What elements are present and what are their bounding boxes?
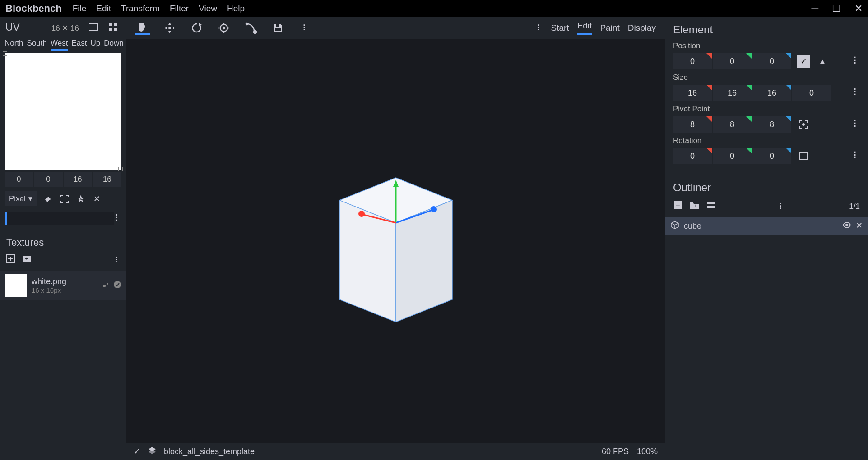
uv-coord-y1[interactable]: 0 bbox=[34, 172, 62, 187]
texture-item[interactable]: white.png 16 x 16px bbox=[0, 271, 126, 300]
mode-more-icon[interactable] bbox=[537, 23, 543, 33]
textures-more-icon[interactable] bbox=[115, 255, 121, 265]
mode-edit[interactable]: Edit bbox=[577, 21, 592, 35]
menu-view[interactable]: View bbox=[199, 4, 217, 14]
uv-snap-select[interactable]: Pixel ▾ bbox=[5, 191, 37, 206]
svg-point-38 bbox=[431, 206, 437, 212]
position-y[interactable]: 0 bbox=[713, 53, 752, 69]
import-texture-icon[interactable] bbox=[5, 254, 15, 266]
svg-point-29 bbox=[254, 31, 256, 33]
app-brand: Blockbench bbox=[5, 3, 62, 14]
size-y[interactable]: 16 bbox=[713, 85, 752, 101]
size-x[interactable]: 16 bbox=[673, 85, 712, 101]
svg-point-43 bbox=[803, 124, 804, 125]
position-z[interactable]: 0 bbox=[752, 53, 791, 69]
mode-display[interactable]: Display bbox=[628, 23, 656, 33]
add-cube-icon[interactable]: + bbox=[673, 200, 683, 212]
svg-rect-0 bbox=[89, 23, 98, 31]
left-panel: UV 16 ✕ 16 North South West East Up Down… bbox=[0, 17, 126, 460]
uv-coord-x1[interactable]: 0 bbox=[5, 172, 33, 187]
uv-face-south[interactable]: South bbox=[27, 39, 47, 51]
create-texture-icon[interactable]: + bbox=[22, 254, 32, 266]
uv-size-label: 16 ✕ 16 bbox=[51, 23, 79, 33]
status-layers-icon[interactable] bbox=[148, 446, 157, 457]
fill-icon[interactable] bbox=[43, 194, 53, 204]
menu-help[interactable]: Help bbox=[227, 4, 245, 14]
vertex-snap-icon[interactable] bbox=[244, 21, 258, 35]
uv-face-north[interactable]: North bbox=[5, 39, 23, 51]
pivot-y[interactable]: 8 bbox=[713, 116, 752, 133]
uv-grid-icon[interactable] bbox=[106, 20, 121, 34]
move-tool-icon[interactable] bbox=[135, 21, 150, 35]
svg-point-40 bbox=[358, 211, 365, 217]
svg-rect-1 bbox=[109, 23, 112, 26]
color-more-icon[interactable] bbox=[114, 213, 121, 225]
inflate[interactable]: 0 bbox=[792, 85, 831, 101]
toolbar-more-icon[interactable] bbox=[298, 21, 312, 35]
menu-filter[interactable]: Filter bbox=[170, 4, 189, 14]
maximize-icon[interactable] bbox=[60, 194, 70, 204]
outliner-more-icon[interactable] bbox=[779, 202, 784, 212]
position-lock-checkbox[interactable]: ✓ bbox=[797, 55, 810, 68]
clear-icon[interactable]: ✕ bbox=[92, 194, 102, 204]
svg-marker-19 bbox=[173, 27, 175, 29]
position-eject-icon[interactable]: ▲ bbox=[816, 55, 829, 68]
pivot-tool-icon[interactable] bbox=[217, 21, 231, 35]
particle-icon[interactable] bbox=[102, 281, 110, 291]
maximize-icon[interactable]: ☐ bbox=[832, 3, 841, 14]
mode-start[interactable]: Start bbox=[551, 23, 569, 33]
minimize-icon[interactable]: ─ bbox=[811, 3, 818, 14]
uv-face-up[interactable]: Up bbox=[90, 39, 100, 51]
toggle-options-icon[interactable] bbox=[706, 201, 716, 212]
main-toolbar: Start Edit Paint Display bbox=[126, 17, 665, 39]
main-menu: File Edit Transform Filter View Help bbox=[73, 4, 245, 14]
remove-icon[interactable]: ✕ bbox=[856, 221, 863, 232]
uv-face-down[interactable]: Down bbox=[104, 39, 123, 51]
color-track[interactable] bbox=[7, 212, 114, 225]
save-icon[interactable] bbox=[271, 21, 285, 35]
svg-rect-44 bbox=[800, 152, 807, 160]
pivot-z[interactable]: 8 bbox=[752, 116, 791, 133]
center-pivot-icon[interactable] bbox=[797, 118, 810, 131]
svg-point-23 bbox=[223, 27, 225, 29]
resize-tool-icon[interactable] bbox=[162, 21, 177, 35]
close-icon[interactable]: ✕ bbox=[854, 3, 863, 14]
size-more-icon[interactable] bbox=[853, 87, 860, 99]
menu-transform[interactable]: Transform bbox=[121, 4, 160, 14]
mode-paint[interactable]: Paint bbox=[600, 23, 619, 33]
add-group-icon[interactable]: + bbox=[689, 201, 700, 212]
uv-coord-y2[interactable]: 16 bbox=[93, 172, 121, 187]
rotation-y[interactable]: 0 bbox=[713, 148, 752, 164]
rotation-more-icon[interactable] bbox=[853, 150, 860, 162]
menu-file[interactable]: File bbox=[73, 4, 87, 14]
svg-point-13 bbox=[103, 285, 106, 287]
rotation-z[interactable]: 0 bbox=[752, 148, 791, 164]
status-bar: ✓ block_all_sides_template 60 FPS 100% bbox=[126, 443, 665, 460]
outliner-item[interactable]: cube ✕ bbox=[665, 217, 868, 235]
rescale-checkbox[interactable] bbox=[797, 149, 810, 163]
size-z[interactable]: 16 bbox=[752, 85, 791, 101]
rotation-x[interactable]: 0 bbox=[673, 148, 712, 164]
size-label: Size bbox=[665, 71, 868, 84]
viewport-3d[interactable] bbox=[126, 39, 665, 443]
position-x[interactable]: 0 bbox=[673, 53, 712, 69]
visibility-icon[interactable] bbox=[842, 221, 851, 232]
menu-edit[interactable]: Edit bbox=[96, 4, 111, 14]
uv-face-west[interactable]: West bbox=[51, 39, 68, 51]
uv-face-east[interactable]: East bbox=[71, 39, 87, 51]
outliner-item-name: cube bbox=[684, 221, 701, 231]
rotate-tool-icon[interactable] bbox=[190, 21, 204, 35]
uv-coord-x2[interactable]: 16 bbox=[64, 172, 92, 187]
right-panel: Element Position 0 0 0 ✓ ▲ Size 16 16 16… bbox=[665, 17, 868, 460]
cube-icon bbox=[670, 221, 679, 232]
pivot-x[interactable]: 8 bbox=[673, 116, 712, 133]
svg-rect-30 bbox=[276, 24, 279, 27]
position-more-icon[interactable] bbox=[853, 55, 860, 67]
saved-icon[interactable] bbox=[113, 281, 121, 291]
uv-canvas[interactable] bbox=[5, 53, 121, 170]
uv-fullface-icon[interactable] bbox=[86, 20, 101, 34]
autouv-icon[interactable]: A bbox=[76, 194, 86, 204]
svg-rect-4 bbox=[114, 28, 117, 31]
pivot-more-icon[interactable] bbox=[853, 119, 860, 130]
size-row: 16 16 16 0 bbox=[665, 84, 868, 103]
